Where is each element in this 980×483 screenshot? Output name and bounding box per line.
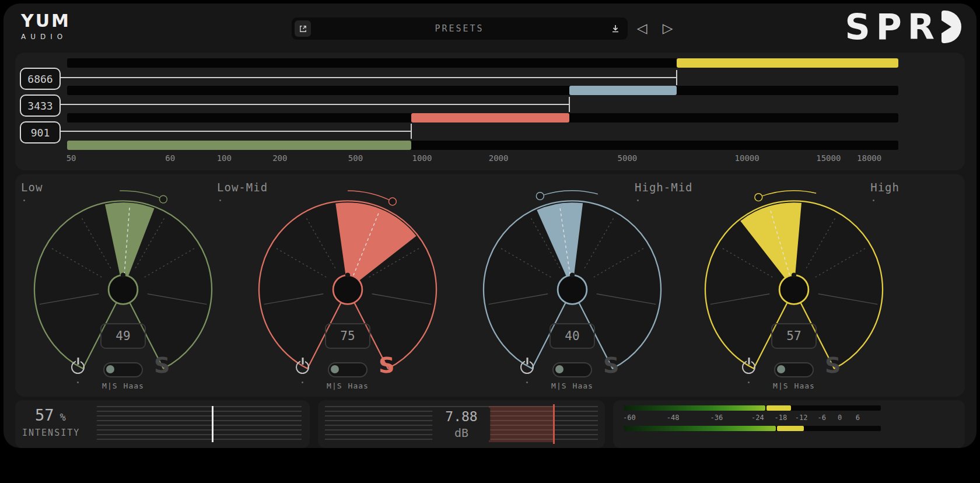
meter-scale-label: 0 xyxy=(838,414,842,422)
preset-nav: ◁ ▷ xyxy=(637,19,673,37)
band-track-low xyxy=(67,141,898,150)
crossover-value: 3433 xyxy=(27,100,52,112)
toggle-knob xyxy=(777,365,785,373)
spectrum-panel: 6866 3433 901 50 60 100 200 500 1000 200… xyxy=(15,52,965,170)
intensity-slider[interactable] xyxy=(97,406,302,442)
meter-scale-label: -24 xyxy=(751,414,764,422)
solo-button[interactable]: S xyxy=(154,354,170,377)
intensity-section: 57% INTENSITY xyxy=(15,400,310,448)
haas-label[interactable]: Haas xyxy=(794,382,815,390)
gain-readout: 7.88 dB xyxy=(432,408,490,440)
axis-tick-label: 10000 xyxy=(735,153,760,163)
save-preset-icon[interactable] xyxy=(608,21,623,36)
header: YUM AUDIO PRESETS ◁ ▷ SPR xyxy=(4,4,977,52)
crossover-handle-low[interactable] xyxy=(58,131,411,132)
meter-scale-label: -48 xyxy=(667,414,680,422)
gain-slider-handle[interactable] xyxy=(553,404,555,444)
toggle-knob xyxy=(106,365,114,373)
ms-label[interactable]: M|S xyxy=(773,382,788,390)
band-range-low[interactable] xyxy=(67,141,411,150)
crossover-freq-high[interactable]: 6866 xyxy=(20,68,61,90)
axis-tick-label: 18000 xyxy=(857,153,881,163)
frequency-bars: 50 60 100 200 500 1000 2000 5000 10000 1… xyxy=(67,58,898,170)
ms-haas-toggle[interactable] xyxy=(774,362,814,377)
width-value-box[interactable]: 57 xyxy=(771,323,817,349)
ms-haas-toggle[interactable] xyxy=(552,362,592,377)
meter-scale-label: -60 xyxy=(623,414,636,422)
ms-label[interactable]: M|S xyxy=(551,382,566,390)
meter-fill-green xyxy=(624,405,765,411)
crossover-value: 901 xyxy=(31,127,50,139)
ms-label[interactable]: M|S xyxy=(102,382,117,390)
prev-preset-button[interactable]: ◁ xyxy=(637,19,648,37)
meter-fill-yellow xyxy=(777,426,804,431)
width-value: 40 xyxy=(565,329,579,343)
mode-labels: M|SHaas xyxy=(551,382,593,390)
width-value: 75 xyxy=(340,329,355,343)
band-range-low-mid[interactable] xyxy=(411,113,569,123)
axis-tick-label: 200 xyxy=(272,153,287,163)
gain-fill xyxy=(489,406,553,442)
gain-section: 7.88 dB xyxy=(318,400,605,448)
band-section-low-mid: 75 S M|SHaas xyxy=(240,174,456,397)
power-button[interactable] xyxy=(742,360,755,374)
meter-fill-green xyxy=(624,426,776,431)
axis-tick-label: 100 xyxy=(217,153,232,163)
ms-haas-toggle[interactable] xyxy=(103,362,143,377)
band-label-low: Low xyxy=(21,181,43,194)
width-value-box[interactable]: 40 xyxy=(550,323,595,349)
power-indicator-dot xyxy=(302,382,303,383)
width-value-box[interactable]: 75 xyxy=(325,323,370,349)
power-button[interactable] xyxy=(296,360,309,374)
output-meters: -60 -48 -36 -24 -18 -12 -6 0 6 xyxy=(624,405,881,431)
crossover-freq-mid[interactable]: 3433 xyxy=(20,94,61,117)
presets-menu[interactable]: PRESETS xyxy=(311,23,608,34)
band-range-high-mid[interactable] xyxy=(569,86,677,95)
band-section-high: 57 S M|SHaas xyxy=(686,174,902,397)
haas-label[interactable]: Haas xyxy=(124,382,144,390)
toggle-knob xyxy=(331,365,339,373)
haas-label[interactable]: Haas xyxy=(348,382,369,390)
width-value-box[interactable]: 49 xyxy=(100,323,146,349)
next-preset-button[interactable]: ▷ xyxy=(663,19,673,37)
meter-section: -60 -48 -36 -24 -18 -12 -6 0 6 xyxy=(613,400,965,448)
gain-value: 7.88 xyxy=(445,409,477,424)
solo-button[interactable]: S xyxy=(379,354,394,377)
band-section-low: 49 S M|SHaas xyxy=(15,174,231,397)
sprd-logo: SPR xyxy=(845,8,961,46)
axis-tick-label: 500 xyxy=(348,153,363,163)
intensity-label: INTENSITY xyxy=(22,428,80,438)
axis-tick-label: 2000 xyxy=(489,153,509,163)
crossover-freq-low[interactable]: 901 xyxy=(20,121,61,144)
meter-scale-label: -6 xyxy=(818,414,826,422)
power-indicator-dot xyxy=(748,382,750,383)
width-value: 49 xyxy=(116,329,130,343)
axis-tick-label: 15000 xyxy=(816,153,841,163)
width-value: 57 xyxy=(786,329,801,343)
band-track-low-mid xyxy=(67,113,898,123)
preset-bar[interactable]: PRESETS xyxy=(292,18,628,40)
band-track-high xyxy=(67,58,898,68)
crossover-handle-mid[interactable] xyxy=(58,104,569,105)
ms-haas-toggle[interactable] xyxy=(328,362,368,377)
band-label-high-mid: High-Mid xyxy=(635,181,693,194)
band-controls-panel: Low Low-Mid High-Mid High 49 S M|SHaas 7… xyxy=(15,174,965,397)
meter-bar-left xyxy=(624,405,881,411)
power-button[interactable] xyxy=(520,360,534,374)
solo-button[interactable]: S xyxy=(603,354,619,377)
intensity-number: 57 xyxy=(35,406,54,424)
ms-label[interactable]: M|S xyxy=(327,382,342,390)
meter-scale-label: -18 xyxy=(775,414,788,422)
mode-labels: M|SHaas xyxy=(327,382,369,390)
intensity-slider-handle[interactable] xyxy=(212,406,214,442)
power-button[interactable] xyxy=(71,360,85,374)
export-preset-icon[interactable] xyxy=(295,20,311,37)
haas-label[interactable]: Haas xyxy=(573,382,593,390)
toggle-knob xyxy=(555,365,564,373)
logo-text-audio: AUDIO xyxy=(21,33,71,41)
crossover-handle-high[interactable] xyxy=(58,77,677,78)
meter-scale-label: -36 xyxy=(710,414,723,422)
footer: 57% INTENSITY 7.88 dB - xyxy=(15,400,965,448)
solo-button[interactable]: S xyxy=(825,354,841,377)
band-range-high[interactable] xyxy=(677,58,898,68)
